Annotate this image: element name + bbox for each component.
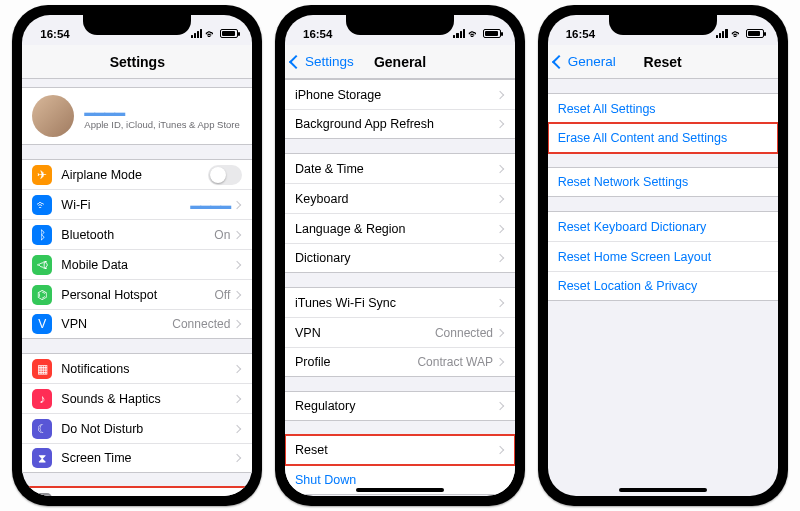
chevron-right-icon <box>496 194 504 202</box>
row-profile[interactable]: ProfileContract WAP <box>285 347 515 377</box>
row-airplane-mode[interactable]: ✈Airplane Mode <box>22 159 252 189</box>
row-label: Background App Refresh <box>295 117 497 131</box>
chevron-right-icon <box>233 260 241 268</box>
chevron-right-icon <box>233 454 241 462</box>
row-background-app-refresh[interactable]: Background App Refresh <box>285 109 515 139</box>
battery-icon <box>220 29 238 38</box>
wifi-icon: ᯤ <box>205 28 217 40</box>
chevron-right-icon <box>496 328 504 336</box>
chevron-right-icon <box>233 290 241 298</box>
row-reset-all-settings[interactable]: Reset All Settings <box>548 93 778 123</box>
airplane-mode-icon: ✈ <box>32 165 52 185</box>
back-button[interactable]: General <box>554 54 616 69</box>
row-reset-location-privacy[interactable]: Reset Location & Privacy <box>548 271 778 301</box>
row-label: iPhone Storage <box>295 88 497 102</box>
row-label: Reset <box>295 443 497 457</box>
row-label: Keyboard <box>295 192 497 206</box>
chevron-right-icon <box>496 446 504 454</box>
row-value: Off <box>215 288 231 302</box>
row-do-not-disturb[interactable]: ☾Do Not Disturb <box>22 413 252 443</box>
chevron-right-icon <box>233 424 241 432</box>
row-label: Reset Location & Privacy <box>558 279 768 293</box>
signal-icon <box>453 29 465 38</box>
home-indicator[interactable] <box>619 488 707 492</box>
back-button[interactable]: Settings <box>291 54 354 69</box>
wifi-icon: ᯤ <box>468 28 480 40</box>
row-personal-hotspot[interactable]: ⌬Personal HotspotOff <box>22 279 252 309</box>
row-label: Personal Hotspot <box>61 288 214 302</box>
row-label: Erase All Content and Settings <box>558 131 768 145</box>
row-screen-time[interactable]: ⧗Screen Time <box>22 443 252 473</box>
signal-icon <box>191 29 203 38</box>
page-title: General <box>374 54 426 70</box>
row-reset-network-settings[interactable]: Reset Network Settings <box>548 167 778 197</box>
row-label: Reset Keyboard Dictionary <box>558 220 768 234</box>
row-label: Dictionary <box>295 251 497 265</box>
row-date-time[interactable]: Date & Time <box>285 153 515 183</box>
row-label: VPN <box>61 317 172 331</box>
row-itunes-wi-fi-sync[interactable]: iTunes Wi-Fi Sync <box>285 287 515 317</box>
wi-fi-icon: ᯤ <box>32 195 52 215</box>
chevron-left-icon <box>552 54 566 68</box>
row-dictionary[interactable]: Dictionary <box>285 243 515 273</box>
row-sounds-haptics[interactable]: ♪Sounds & Haptics <box>22 383 252 413</box>
row-notifications[interactable]: ▦Notifications <box>22 353 252 383</box>
row-label: Screen Time <box>61 451 234 465</box>
row-label: Profile <box>295 355 417 369</box>
phone-general: 16:54 ᯤ Settings General iPhone StorageB… <box>275 5 525 506</box>
navbar: Settings <box>22 45 252 79</box>
toggle[interactable] <box>208 165 242 185</box>
home-indicator[interactable] <box>356 488 444 492</box>
apple-id-subtitle: Apple ID, iCloud, iTunes & App Store <box>84 119 242 130</box>
personal-hotspot-icon: ⌬ <box>32 285 52 305</box>
chevron-right-icon <box>233 394 241 402</box>
row-reset-home-screen-layout[interactable]: Reset Home Screen Layout <box>548 241 778 271</box>
row-iphone-storage[interactable]: iPhone Storage <box>285 79 515 109</box>
row-vpn[interactable]: VVPNConnected <box>22 309 252 339</box>
row-keyboard[interactable]: Keyboard <box>285 183 515 213</box>
row-reset[interactable]: Reset <box>285 435 515 465</box>
row-wi-fi[interactable]: ᯤWi-Fi▬▬▬▬ <box>22 189 252 219</box>
chevron-right-icon <box>233 200 241 208</box>
back-label: General <box>568 54 616 69</box>
row-vpn[interactable]: VPNConnected <box>285 317 515 347</box>
chevron-right-icon <box>233 230 241 238</box>
row-label: iTunes Wi-Fi Sync <box>295 296 497 310</box>
chevron-right-icon <box>496 254 504 262</box>
apple-id-card[interactable]: ▬▬▬▬ Apple ID, iCloud, iTunes & App Stor… <box>22 87 252 145</box>
avatar <box>32 95 74 137</box>
status-time: 16:54 <box>303 28 332 40</box>
row-general[interactable]: ⚙General <box>22 487 252 496</box>
page-title: Settings <box>110 54 165 70</box>
row-bluetooth[interactable]: ᛒBluetoothOn <box>22 219 252 249</box>
battery-icon <box>483 29 501 38</box>
screen-time-icon: ⧗ <box>32 448 52 468</box>
row-label: Bluetooth <box>61 228 214 242</box>
row-language-region[interactable]: Language & Region <box>285 213 515 243</box>
row-mobile-data[interactable]: ⏿Mobile Data <box>22 249 252 279</box>
chevron-right-icon <box>496 90 504 98</box>
chevron-right-icon <box>496 224 504 232</box>
mobile-data-icon: ⏿ <box>32 255 52 275</box>
row-label: Mobile Data <box>61 258 234 272</box>
row-label: Notifications <box>61 362 234 376</box>
row-erase-all-content-and-settings[interactable]: Erase All Content and Settings <box>548 123 778 153</box>
row-label: Reset Network Settings <box>558 175 768 189</box>
signal-icon <box>716 29 728 38</box>
row-label: Airplane Mode <box>61 168 208 182</box>
row-label: Wi-Fi <box>61 198 230 212</box>
navbar: Settings General <box>285 45 515 79</box>
navbar: General Reset <box>548 45 778 79</box>
row-value: Connected <box>172 317 230 331</box>
row-label: Date & Time <box>295 162 497 176</box>
notifications-icon: ▦ <box>32 359 52 379</box>
row-reset-keyboard-dictionary[interactable]: Reset Keyboard Dictionary <box>548 211 778 241</box>
chevron-right-icon <box>496 402 504 410</box>
chevron-right-icon <box>233 320 241 328</box>
sounds-haptics-icon: ♪ <box>32 389 52 409</box>
battery-icon <box>746 29 764 38</box>
row-regulatory[interactable]: Regulatory <box>285 391 515 421</box>
row-label: Sounds & Haptics <box>61 392 234 406</box>
row-label: Regulatory <box>295 399 497 413</box>
do-not-disturb-icon: ☾ <box>32 419 52 439</box>
